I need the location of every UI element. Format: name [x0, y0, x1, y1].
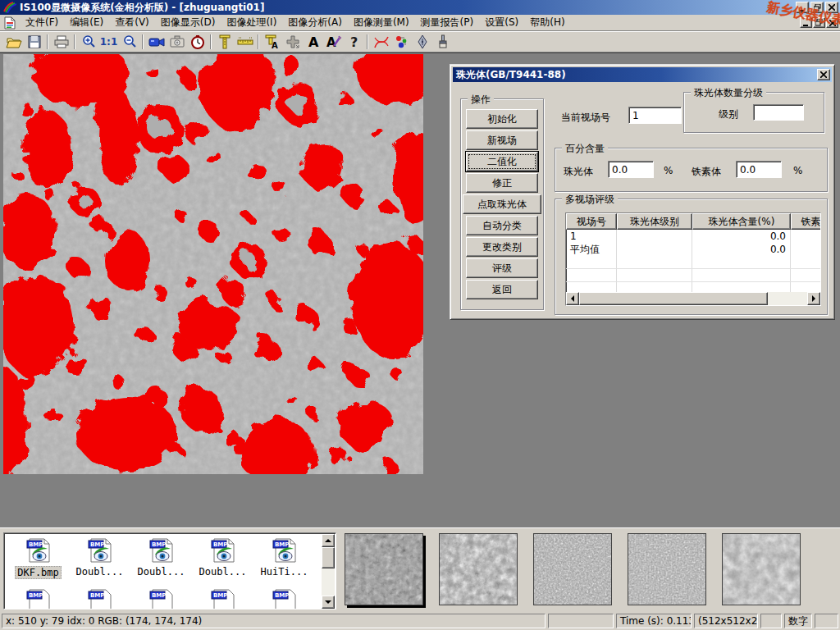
actual-size-button[interactable]: 1:1	[98, 33, 119, 51]
pick-pearlite-button[interactable]: 点取珠光体	[463, 194, 541, 214]
new-field-button[interactable]: 新视场	[466, 130, 538, 150]
zoom-in-button[interactable]	[78, 33, 98, 51]
annotate-icon: A	[326, 34, 342, 49]
app-window: IS100显微摄像系统(金相分析版) - [zhuguangti01] 新乡仪器…	[0, 0, 840, 630]
col-pearlite-content[interactable]: 珠光体含量(%)	[692, 213, 791, 230]
menu-view[interactable]: 查看(V)	[109, 14, 155, 31]
file-item[interactable]: BMP	[253, 587, 315, 609]
annotate-button[interactable]: A	[323, 33, 344, 51]
file-item[interactable]: BMP Doubl...	[130, 536, 192, 579]
thumbnail-5[interactable]	[722, 533, 801, 605]
metallograph-image[interactable]	[3, 54, 423, 474]
auto-classify-button[interactable]: 自动分类	[466, 216, 538, 235]
pearlite-percent-input[interactable]	[608, 161, 654, 178]
open-button[interactable]	[3, 33, 24, 51]
file-item[interactable]: BMP	[7, 587, 69, 609]
zoom-out-button[interactable]	[119, 33, 139, 51]
table-horizontal-scrollbar[interactable]	[566, 292, 820, 305]
menu-image-process[interactable]: 图像处理(I)	[221, 14, 282, 31]
svg-text:BMP: BMP	[152, 541, 166, 548]
grade-input[interactable]	[753, 104, 804, 121]
col-field-number[interactable]: 视场号	[566, 213, 617, 230]
dialog-close-button[interactable]	[817, 69, 830, 80]
save-button[interactable]	[24, 33, 44, 51]
init-button[interactable]: 初始化	[466, 109, 538, 129]
measure-text-button[interactable]: A	[262, 33, 282, 51]
scroll-down-button[interactable]	[322, 596, 335, 609]
mdi-restore-button[interactable]	[813, 17, 825, 28]
svg-text:BMP: BMP	[275, 541, 289, 548]
thumbnail-strip	[345, 533, 801, 605]
menu-bar: 文件(F) 编辑(E) 查看(V) 图像显示(D) 图像处理(I) 图像分析(A…	[0, 15, 840, 31]
table-row[interactable]: 平均值 0.0	[566, 243, 821, 256]
camera-icon	[169, 35, 185, 48]
ruler-button[interactable]	[235, 33, 255, 51]
menu-file[interactable]: 文件(F)	[20, 14, 64, 31]
menu-image-display[interactable]: 图像显示(D)	[155, 14, 221, 31]
scroll-left-button[interactable]	[566, 292, 579, 305]
mdi-restore-icon	[815, 19, 823, 26]
thumbnail-4[interactable]	[628, 533, 706, 605]
video-capture-button[interactable]	[146, 33, 167, 51]
col-ferrite-content[interactable]: 铁素体含量(%)	[791, 213, 821, 230]
dialog-body: 操作 初始化 新视场 二值化 修正 点取珠光体 自动分类 更改类别 评级 返回 …	[453, 82, 832, 317]
file-item[interactable]: BMP	[192, 587, 253, 609]
col-pearlite-grade[interactable]: 珠光体级别	[617, 213, 692, 230]
ferrite-percent-input[interactable]	[736, 161, 782, 178]
help-button[interactable]: ?	[344, 33, 364, 51]
camera-button[interactable]	[167, 33, 187, 51]
rate-button[interactable]: 评级	[466, 258, 538, 278]
measure-text-icon: A	[264, 34, 281, 49]
scroll-right-button[interactable]	[807, 292, 820, 305]
minimize-button[interactable]	[796, 2, 809, 13]
file-item[interactable]: BMP	[69, 587, 130, 609]
menu-help[interactable]: 帮助(H)	[524, 14, 570, 31]
timer-button[interactable]	[187, 33, 208, 51]
move-icon	[285, 34, 300, 49]
menu-image-measure[interactable]: 图像测量(M)	[348, 14, 415, 31]
window-title: IS100显微摄像系统(金相分析版) - [zhuguangti01]	[20, 1, 796, 15]
video-capture-icon	[148, 35, 165, 48]
scroll-thumb[interactable]	[322, 547, 335, 568]
correct-button[interactable]: 修正	[466, 173, 538, 193]
binarize-button[interactable]: 二值化	[466, 152, 538, 171]
caliper-button[interactable]	[214, 33, 235, 51]
pen-button[interactable]	[412, 33, 432, 51]
scroll-up-button[interactable]	[322, 534, 335, 547]
scroll-thumb[interactable]	[579, 292, 768, 305]
return-button[interactable]: 返回	[466, 280, 538, 299]
file-item[interactable]: BMP HuiTi...	[253, 536, 315, 579]
current-field-input[interactable]	[628, 107, 682, 124]
print-button[interactable]	[51, 33, 71, 51]
phase-particles-button[interactable]	[391, 33, 412, 51]
thumbnail-1[interactable]	[345, 533, 423, 605]
curve-measure-button[interactable]	[371, 33, 391, 51]
mdi-minimize-button[interactable]	[800, 17, 812, 28]
text-button[interactable]: A	[303, 33, 323, 51]
menu-edit[interactable]: 编辑(E)	[64, 14, 109, 31]
menu-settings[interactable]: 设置(S)	[479, 14, 524, 31]
cell-ferrite	[791, 230, 821, 243]
restore-button[interactable]	[810, 2, 824, 13]
bottom-panel: BMP DKF.bmp BMP	[0, 527, 840, 612]
file-item[interactable]: BMP Doubl...	[192, 536, 253, 579]
close-button[interactable]	[825, 2, 838, 13]
menu-image-analysis[interactable]: 图像分析(A)	[282, 14, 348, 31]
dialog-title-bar[interactable]: 珠光体(GB/T9441-88)	[453, 67, 832, 82]
file-list: BMP DKF.bmp BMP	[3, 532, 336, 609]
mdi-close-button[interactable]	[826, 17, 838, 28]
file-item[interactable]: BMP DKF.bmp	[7, 536, 69, 579]
thumbnail-2[interactable]	[439, 533, 518, 605]
menu-report[interactable]: 测量报告(P)	[415, 14, 480, 31]
thumbnail-3[interactable]	[533, 533, 612, 605]
toolbar-separator	[367, 34, 368, 49]
svg-text:BMP: BMP	[275, 592, 289, 599]
brush-button[interactable]	[432, 33, 453, 51]
change-class-button[interactable]: 更改类别	[466, 237, 538, 257]
arrow-up-icon	[325, 539, 331, 542]
file-item[interactable]: BMP Doubl...	[69, 536, 130, 579]
table-row[interactable]: 1 0.0	[566, 230, 821, 243]
file-list-scrollbar[interactable]	[322, 534, 335, 609]
file-item[interactable]: BMP	[130, 587, 192, 609]
move-button[interactable]	[282, 33, 303, 51]
